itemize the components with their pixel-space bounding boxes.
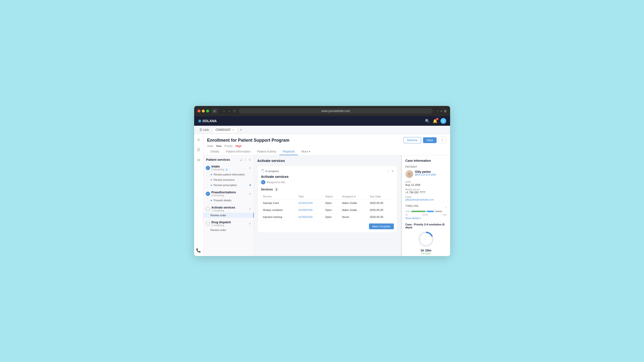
dob-value: Aug 13,1956 xyxy=(406,183,447,186)
mobile-value: +1 798 282 7777 xyxy=(406,191,447,194)
activate-circle-icon xyxy=(206,207,210,211)
chevron-down-icon[interactable]: ∨ xyxy=(248,158,251,161)
main-content: ⌂ ☰ ✉ 📞 Enrollment for Patient Support P… xyxy=(194,134,450,256)
task-link-hc3[interactable]: HC0056334 xyxy=(298,216,313,218)
tab-lists[interactable]: ☰ Lists xyxy=(197,128,212,131)
app-name: SOLANA xyxy=(202,119,217,123)
timeline-title: Timeline xyxy=(406,204,419,207)
new-tab-icon[interactable]: + xyxy=(440,109,442,113)
body-split: Patient services ⊿ ⋮ ∨ ✓ xyxy=(203,155,450,256)
maximize-button[interactable] xyxy=(206,110,209,112)
services-table: Service Task Status Assigned to Due Date xyxy=(261,194,394,221)
filter-icon[interactable]: ⊿ xyxy=(240,158,242,161)
task-link-hc1[interactable]: HC0012344 xyxy=(298,202,313,204)
tl-label-1h: 1h xyxy=(406,214,408,216)
close-tab-icon[interactable]: ✕ xyxy=(232,129,234,131)
tab-overview-icon[interactable]: ⊞ xyxy=(212,109,218,113)
task-chevron-icon[interactable]: ∨ xyxy=(392,169,394,173)
save-button[interactable]: Save xyxy=(423,137,436,143)
review-patient-label: Review patient information xyxy=(214,173,245,176)
review-prescription-item[interactable]: ● Review prescription xyxy=(203,182,254,188)
tab-details[interactable]: Details xyxy=(207,148,223,155)
mark-complete-button[interactable]: Mark Complete xyxy=(369,224,394,229)
review-order-activate-label: Review order xyxy=(210,214,226,217)
resolve-button[interactable]: Resolve xyxy=(404,137,421,143)
services-label: Services xyxy=(261,188,273,191)
back-button[interactable]: ‹ xyxy=(223,109,226,113)
tab-more[interactable]: More ▾ xyxy=(298,148,314,155)
preauth-details-item[interactable]: ● Preauth details xyxy=(203,198,254,203)
user-avatar[interactable]: G xyxy=(440,118,446,124)
table-head: Service Task Status Assigned to Due Date xyxy=(261,194,394,200)
email-row: Email gillyparker@mailnator.com xyxy=(406,196,447,201)
tab-bar: ☰ Lists CS0001037 ✕ + xyxy=(194,126,450,134)
browser-chrome: ⊞ ‹ › 🛡 ↑ + ⊞ xyxy=(194,106,450,116)
share-icon[interactable]: ↑ xyxy=(437,109,439,113)
state-value: New xyxy=(216,145,222,147)
services-header: Patient services ⊿ ⋮ ∨ xyxy=(203,158,254,163)
notification-badge: 🔔 1 xyxy=(433,119,438,123)
minimize-button[interactable] xyxy=(202,110,205,112)
preauth-section-header[interactable]: ✓ Preauthorizations 0 remaining ∨ xyxy=(203,189,254,198)
task-more-icon[interactable]: ⋮ xyxy=(387,169,390,173)
preauth-chevron-icon: ∨ xyxy=(249,192,251,195)
app-logo: ⊛ SOLANA xyxy=(198,119,217,123)
patient-info-block: Gilly parker MRN 123 674 9999 xyxy=(415,170,436,176)
show-details-chevron-icon: ▾ xyxy=(420,217,421,220)
activate-items: Review order xyxy=(203,213,254,219)
logo-icon: ⊛ xyxy=(198,119,201,123)
page-header: Enrollment for Patient Support Program R… xyxy=(203,134,450,155)
close-button[interactable] xyxy=(198,110,200,112)
nav-home-icon[interactable]: ⌂ xyxy=(196,136,201,143)
drug-dispatch-section-header[interactable]: Drug dispatch 1 remaining ∨ xyxy=(203,219,254,228)
show-details-link[interactable]: Show details ▾ xyxy=(406,217,447,220)
donut-container: 1h 10m On track xyxy=(406,231,447,255)
forward-button[interactable]: › xyxy=(228,109,230,113)
case-tab[interactable]: CS0001037 ✕ xyxy=(212,127,237,132)
preauth-details-check-icon: ● xyxy=(210,199,212,202)
address-bar[interactable] xyxy=(238,108,433,114)
email-value: gillyparker@mailnator.com xyxy=(406,198,447,201)
services-title: Patient services xyxy=(206,158,230,161)
more-icon[interactable]: ⋮ xyxy=(244,158,247,161)
timeline-section: Timeline › 1h 30min xyxy=(406,204,447,220)
intake-section-header[interactable]: ✓ Intake 0 remaining 1 ∧ xyxy=(203,163,254,172)
add-tab-button[interactable]: + xyxy=(238,128,244,132)
nav-phone-icon[interactable]: 📞 xyxy=(194,247,202,254)
assignee-avatar: A xyxy=(261,180,266,184)
activate-section-header[interactable]: Activate services 1 remaining ∧ xyxy=(203,204,254,213)
search-icon[interactable]: 🔍 xyxy=(425,119,430,123)
drug-dispatch-name: Drug dispatch xyxy=(212,221,231,224)
tab-patient-activity[interactable]: Patient Activity xyxy=(254,148,280,155)
grid-icon[interactable]: ⊞ xyxy=(444,109,447,113)
task-link-hc2[interactable]: HC0087646 xyxy=(298,209,313,211)
browser-window: ⊞ ‹ › 🛡 ↑ + ⊞ ⊛ SOLANA 🔍 🔔 1 xyxy=(194,106,450,256)
browser-nav: ‹ › xyxy=(223,109,230,113)
tab-patient-info[interactable]: Patient Information xyxy=(223,148,254,155)
activate-name: Activate services xyxy=(212,206,235,209)
review-order-dispatch-item[interactable]: Review order xyxy=(203,228,254,232)
task-hc1: HC0012344 xyxy=(296,200,323,207)
priority-value: High xyxy=(236,145,241,147)
dob-row: DOB Aug 13,1956 xyxy=(406,181,447,186)
more-actions-button[interactable]: ⋮ xyxy=(438,137,446,144)
activate-services-header: Activate services xyxy=(258,159,398,163)
nav-inbox-icon[interactable]: ✉ xyxy=(196,156,202,164)
timeline-forward-icon[interactable]: › xyxy=(446,205,446,209)
resolution-time: 1h 10m xyxy=(421,249,432,252)
col-task: Task xyxy=(296,194,323,200)
drug-dispatch-circle-icon xyxy=(206,222,210,226)
drug-dispatch-title-row: Drug dispatch 1 remaining xyxy=(206,221,231,227)
task-hc3: HC0056334 xyxy=(296,214,323,221)
priority-resolution-title: Case - Priority 3-4 resolution (5 days) xyxy=(406,223,447,229)
tab-playbook[interactable]: Playbook xyxy=(280,148,298,155)
tl-label-now: now xyxy=(442,214,447,216)
review-order-activate-item[interactable]: Review order xyxy=(203,213,254,218)
intake-check-icon: ✓ xyxy=(206,166,210,170)
review-insurance-item[interactable]: ● Review insurance xyxy=(203,177,254,182)
email-label: Email xyxy=(406,196,447,198)
review-patient-item[interactable]: ● Review patient information xyxy=(203,172,254,177)
nav-menu-icon[interactable]: ☰ xyxy=(195,146,202,153)
donut-chart xyxy=(418,231,434,248)
mobile-row: Mobile phone +1 798 282 7777 xyxy=(406,188,447,194)
